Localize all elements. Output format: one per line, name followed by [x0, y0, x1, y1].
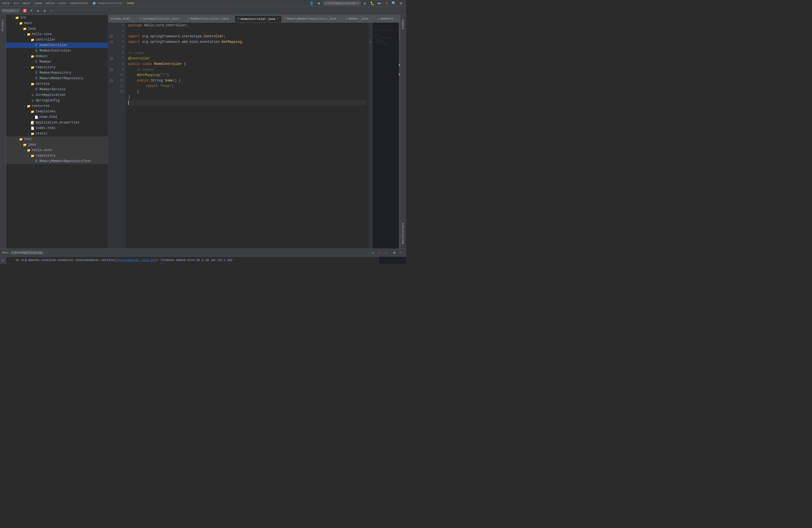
debug-icon[interactable]: 🐛: [369, 1, 375, 6]
tree-item-test-repository[interactable]: ▾ 📁 repository: [6, 153, 108, 159]
tree-item-member[interactable]: C Member: [6, 59, 108, 64]
close-tab-m[interactable]: ×: [370, 17, 372, 20]
folder-icon: 📁: [15, 15, 19, 20]
tab-member[interactable]: C Member.java ×: [343, 15, 375, 23]
tree-item-service[interactable]: ▾ 📁 service: [6, 81, 108, 87]
tab-members[interactable]: C MemberS... ×: [375, 15, 400, 23]
tree-item-test[interactable]: ▾ 📁 test: [6, 136, 108, 142]
tree-item-static[interactable]: ▸ 📁 static: [6, 131, 108, 136]
search-icon[interactable]: 🔍: [391, 1, 396, 6]
run-config-btn[interactable]: ▶ CoreApplication: [11, 251, 44, 254]
tab-coreapp[interactable]: ⚙ CoreApplication.java ×: [136, 15, 185, 23]
notifications-tab[interactable]: Notifications: [400, 218, 406, 249]
tree-item-hello-core[interactable]: ▾ 📁 hello.core: [6, 31, 108, 37]
locate-icon[interactable]: 🎯: [22, 8, 28, 14]
close-tab-mc[interactable]: ×: [230, 17, 232, 20]
link-coyoteadapter[interactable]: CoyoteAdapter.java:341: [116, 258, 156, 263]
project-panel-tab[interactable]: Project: [0, 15, 6, 35]
bc-hello[interactable]: hello: [46, 2, 55, 5]
profile-icon[interactable]: 👤: [309, 1, 314, 6]
tree-item-membercontroller[interactable]: C MemberController: [6, 48, 108, 54]
build-icon[interactable]: ▶: [362, 1, 368, 6]
close-run-panel[interactable]: ×: [46, 251, 48, 254]
run-config[interactable]: ● CoreApplication ▾: [323, 1, 361, 5]
tree-item-main[interactable]: ▾ 📁 main: [6, 20, 108, 26]
minimap: package hello.core.controller; import or…: [372, 23, 400, 249]
bc-controller[interactable]: controller: [70, 2, 88, 5]
tree-item-java[interactable]: ▾ 📁 java: [6, 26, 108, 31]
rerun-icon[interactable]: ↺: [370, 250, 376, 255]
tree-item-home-html[interactable]: 📄 home.html: [6, 114, 108, 120]
folder-icon: 📁: [27, 32, 31, 36]
tab-homecontroller[interactable]: C HomeController.java ×: [235, 15, 281, 23]
tree-item-homecontroller[interactable]: C HomeController: [6, 43, 108, 48]
code-content[interactable]: package hello.core.controller; import or…: [126, 23, 368, 249]
expand-icon[interactable]: ⇅: [35, 8, 41, 14]
tabs-bar: H home.html × ⚙ CoreApplication.java × C…: [108, 15, 400, 23]
project-dropdown[interactable]: Project ▾: [1, 9, 20, 13]
restart-icon[interactable]: ↺: [0, 258, 6, 263]
tree-item-memrepotest[interactable]: C MemoryMemberRepositoryTest: [6, 159, 108, 164]
top-bar-right: 👤 ◀ ● CoreApplication ▾ ▶ 🐛 ▶▶ ■ 🔍 ⚙: [309, 1, 404, 6]
console-left-panel: ↺ ■ 🔍 ⇔ 📌 ⚙ ⬆: [0, 256, 6, 264]
tree-item-springconfig[interactable]: ⚙ SpringConfig: [6, 98, 108, 103]
tree-item-test-java[interactable]: ▾ 📁 java: [6, 142, 108, 147]
console-line-2: at org.apache.coyote.http11.Http11Proces…: [8, 263, 376, 264]
tree-item-memorymemberrepository[interactable]: C MemoryMemberRepository: [6, 76, 108, 81]
run-side-icons: ⚙ —: [392, 250, 404, 255]
tree-item-index-html[interactable]: 📄 index.html: [6, 126, 108, 131]
tree-item-coreapplication[interactable]: ⚙ CoreApplication: [6, 92, 108, 98]
collapse-icon[interactable]: ≡: [29, 8, 34, 14]
gear-icon[interactable]: ⚙: [42, 8, 47, 14]
line-numbers: 1 2 3 4 5 6 7 8 9 10 11 12 13: [115, 23, 126, 249]
tree-item-resources[interactable]: ▾ 📁 resources: [6, 103, 108, 109]
filter-icon[interactable]: ⚙: [392, 250, 397, 255]
bc-java[interactable]: java: [34, 2, 41, 5]
tab-memorymemberrepo[interactable]: C MemoryMemberRepository.java ×: [282, 15, 343, 23]
bc-homecontroller[interactable]: ⬤ HomeController: [92, 1, 123, 5]
tree-item-src[interactable]: ▾ 📁 src: [6, 15, 108, 20]
settings-icon[interactable]: ⚙: [398, 1, 404, 6]
bc-core[interactable]: core: [2, 2, 10, 5]
scroll-down-icon[interactable]: ↓: [383, 250, 389, 255]
hide-icon[interactable]: —: [48, 8, 54, 14]
scroll-up-icon[interactable]: ↑: [377, 250, 382, 255]
tree-item-repository[interactable]: ▾ 📁 repository: [6, 64, 108, 70]
tree-item-templatees[interactable]: ▾ 📁 templatees: [6, 109, 108, 114]
spring-icon: C: [34, 48, 39, 53]
code-line-4: import org.springframework.web.bind.anno…: [128, 39, 366, 45]
spring-config-icon: ⚙: [30, 98, 35, 103]
console-output[interactable]: at org.apache.catalina.connector.CoyoteA…: [6, 256, 378, 264]
close-tab-hc[interactable]: ×: [277, 17, 279, 20]
bc-src[interactable]: src: [14, 2, 19, 5]
tree-item-test-hellocore[interactable]: ▾ 📁 hello.core: [6, 147, 108, 153]
tree-item-domain[interactable]: ▾ 📁 domain: [6, 54, 108, 59]
close-tab-home[interactable]: ×: [132, 17, 133, 20]
link-http11[interactable]: Http11Processor.java:391: [111, 263, 154, 264]
tree-item-appprops[interactable]: 📝 application.properties: [6, 120, 108, 126]
tree-item-controller[interactable]: ▾ 📁 controller: [6, 37, 108, 43]
minimap-scrollbox[interactable]: [399, 23, 400, 39]
main-toolbar: Project ▾ 🎯 ≡ ⇅ ⚙ —: [0, 6, 406, 15]
tab-home-html[interactable]: H home.html ×: [108, 15, 136, 23]
tree-item-memberservice[interactable]: C MemberService: [6, 87, 108, 92]
gradle-tab[interactable]: Gradle: [400, 15, 406, 34]
stop-icon[interactable]: ■: [384, 1, 389, 6]
bc-main[interactable]: main: [23, 2, 30, 5]
tab-membercontroller[interactable]: C MemberController.java ×: [185, 15, 235, 23]
bc-home: home: [127, 2, 134, 5]
folder-icon: 📁: [30, 109, 35, 114]
coverage-icon[interactable]: ▶▶: [377, 1, 382, 6]
code-editor[interactable]: 1 2 3 4 5 6 7 8 9 10 11 12 13 package he…: [108, 23, 400, 249]
tree-item-memberrepository[interactable]: I MemberRepository: [6, 70, 108, 76]
close-tab-coreapp[interactable]: ×: [180, 17, 182, 20]
bc-core2[interactable]: core: [59, 2, 66, 5]
close-tab-mmr[interactable]: ×: [338, 17, 340, 20]
collapse-run-icon[interactable]: —: [398, 250, 404, 255]
run-config-name: CoreApplication: [15, 251, 42, 254]
folder-icon: 📁: [30, 65, 35, 70]
scrollbar[interactable]: [399, 23, 400, 249]
code-line-nousages1: no usages: [128, 50, 366, 56]
code-line-3: import org.springframework.stereotype.Co…: [128, 34, 366, 39]
back-icon[interactable]: ◀: [316, 1, 321, 6]
